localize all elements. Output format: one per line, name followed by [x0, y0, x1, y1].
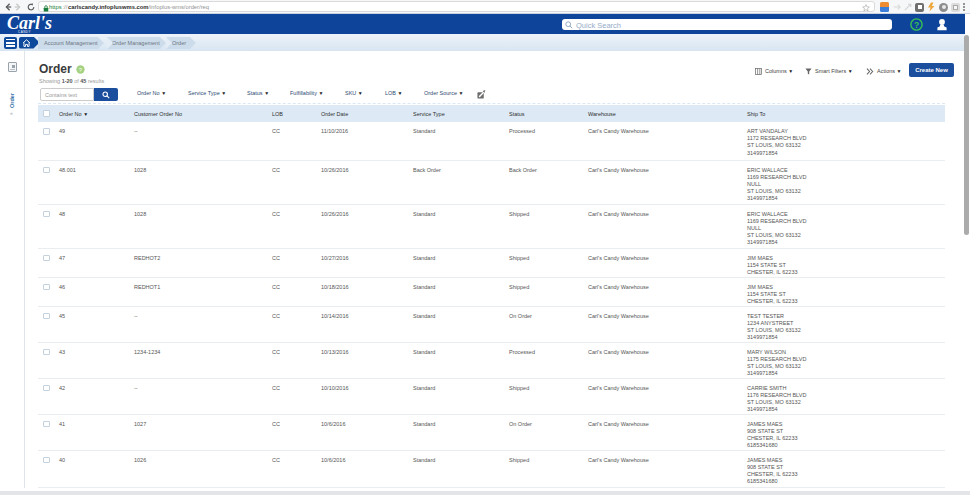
svg-text:?: ? — [914, 19, 919, 29]
